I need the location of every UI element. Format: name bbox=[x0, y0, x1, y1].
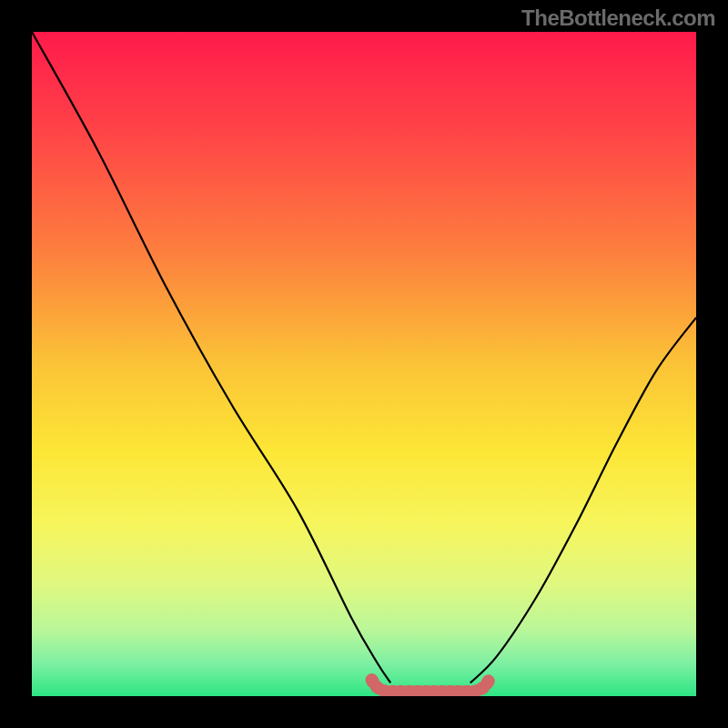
curve-right bbox=[470, 318, 696, 683]
chart-plot-area bbox=[32, 32, 696, 696]
curve-left bbox=[32, 32, 390, 682]
bottleneck-curve bbox=[32, 32, 696, 696]
watermark-label: TheBottleneck.com bbox=[521, 5, 715, 31]
